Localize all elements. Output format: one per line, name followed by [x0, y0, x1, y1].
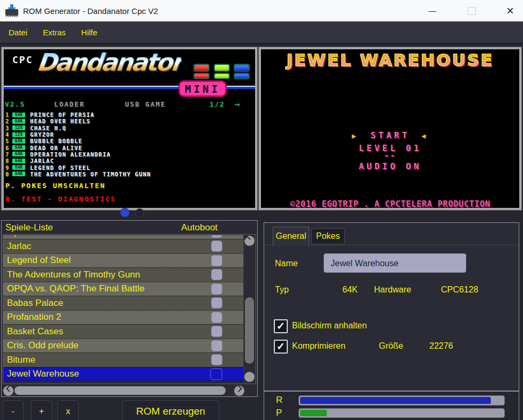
- autoboot-checkbox[interactable]: [211, 312, 222, 323]
- autoboot-checkbox[interactable]: [211, 283, 222, 295]
- game-title: Jewel Warehouse: [7, 369, 210, 379]
- add-game-button[interactable]: +: [31, 400, 52, 420]
- minimize-button[interactable]: —: [423, 0, 442, 21]
- vertical-scrollbar[interactable]: [243, 235, 256, 384]
- loader-label: LOADER: [54, 100, 85, 108]
- scroll-left-button[interactable]: [3, 386, 13, 396]
- list-item[interactable]: Jarlac: [3, 239, 243, 253]
- autoboot-checkbox[interactable]: [210, 368, 222, 380]
- scroll-up-button[interactable]: [244, 236, 255, 246]
- name-input[interactable]: Jewel Warehouse: [324, 253, 466, 273]
- credit-line: ©2016 EGOTRIP . A CPCTELERA PRODUCTION: [262, 199, 518, 209]
- list-item[interactable]: The Adventures of Timothy Gunn: [3, 267, 243, 282]
- game-list-panel: Spiele-Liste Autoboot Operation Alexandr…: [1, 220, 258, 397]
- remove-game-button[interactable]: -: [3, 400, 24, 420]
- autoboot-checkbox[interactable]: [211, 241, 222, 252]
- cpc-game-row: 664KDEAD OR ALIVE: [5, 144, 254, 151]
- menu-item-datei[interactable]: Datei: [9, 28, 27, 37]
- loader-preview-screen: CPC Dandanator MINI V2.5 LOADER USB GAME…: [2, 47, 257, 210]
- level-cursor: --: [261, 150, 519, 160]
- list-item[interactable]: Babas Palace: [3, 296, 243, 310]
- cpc-game-number: 0: [5, 171, 12, 177]
- autoboot-checkbox[interactable]: [211, 354, 222, 365]
- cpc-game-number: 9: [5, 164, 12, 171]
- cpc-game-name: THE ADVENTURES OF TIMOTHY GUNN: [30, 171, 151, 177]
- name-label: Name: [275, 259, 298, 268]
- list-item[interactable]: Cris. Odd prelude: [3, 339, 243, 353]
- size-value: 22276: [429, 341, 453, 351]
- cpc-memory-badge: 64K: [12, 119, 25, 124]
- game-list-rows: Operation AlexandriaJarlacLegend of Stee…: [3, 235, 243, 384]
- led-green-icon: [214, 73, 230, 79]
- led-blue-icon: [234, 64, 250, 72]
- cpc-game-name: GRYZOR: [30, 131, 54, 138]
- list-item[interactable]: Basket Cases: [3, 324, 243, 339]
- game-title: The Adventures of Timothy Gunn: [7, 269, 211, 280]
- cpc-game-number: 7: [5, 151, 12, 158]
- game-title: Profanation 2: [7, 312, 211, 322]
- pokes-progress-fill: [300, 410, 327, 416]
- close-button[interactable]: ×: [500, 0, 520, 21]
- list-item[interactable]: Legend of Steel: [3, 253, 243, 268]
- scroll-right-button[interactable]: [234, 386, 244, 396]
- menu-item-hilfe[interactable]: Hilfe: [81, 28, 98, 37]
- cpc-memory-badge: 64K: [12, 112, 25, 117]
- list-item[interactable]: Profanation 2: [3, 310, 243, 325]
- carousel-dot[interactable]: [135, 208, 144, 218]
- cpc-game-number: 1: [5, 111, 12, 118]
- cpc-memory-badge: 64K: [12, 171, 25, 176]
- vertical-scroll-thumb[interactable]: [245, 297, 254, 364]
- game-title-logo: JEWEL WAREHOUSE: [261, 50, 519, 70]
- autoboot-checkbox[interactable]: [211, 269, 222, 280]
- list-item[interactable]: Jewel Warehouse: [3, 367, 243, 381]
- cpc-game-name: OPERATION ALEXANDRIA: [30, 151, 110, 158]
- menu-item-extras[interactable]: Extras: [43, 28, 66, 37]
- cpc-game-row: 064KTHE ADVENTURES OF TIMOTHY GUNN: [5, 171, 254, 177]
- game-title: Babas Palace: [7, 298, 211, 309]
- cpc-game-row: 564KBUBBLE BOBBLE: [5, 138, 254, 144]
- start-label: START: [370, 130, 409, 140]
- compress-checkbox[interactable]: ✓: [274, 340, 288, 354]
- game-title: Legend of Steel: [7, 255, 211, 266]
- autoboot-checkbox[interactable]: [211, 235, 222, 238]
- cpc-memory-badge: 128: [12, 125, 25, 130]
- cpc-game-number: 2: [5, 118, 12, 124]
- scroll-down-button[interactable]: [244, 372, 255, 382]
- horizontal-scroll-thumb[interactable]: [14, 386, 226, 395]
- game-title: Cris. Odd prelude: [7, 340, 211, 351]
- game-preview-screen: JEWEL WAREHOUSE ▶START◀ LEVEL 01 -- AUDI…: [259, 47, 521, 210]
- autoboot-checkbox[interactable]: [211, 297, 222, 309]
- carousel-dot-active[interactable]: [120, 208, 130, 218]
- cpc-memory-badge: 64K: [12, 139, 25, 144]
- menu-bar: DateiExtrasHilfe: [0, 21, 523, 44]
- pokes-progress-label: P: [276, 408, 282, 418]
- cpc-memory-badge: 64K: [12, 152, 25, 156]
- delete-button[interactable]: x: [57, 400, 79, 420]
- cpc-game-row: 964KLEGEND OF STEEL: [5, 164, 254, 170]
- cpc-game-list: 164KPRINCE OF PERSIA264KHEAD OVER HEELS3…: [5, 111, 254, 177]
- game-title: OPQA vs. QAOP: The Final Battle: [7, 283, 211, 294]
- progress-area: R P: [264, 391, 519, 420]
- list-item[interactable]: OPQA vs. QAOP: The Final Battle: [3, 282, 243, 296]
- tab-pokes[interactable]: Pokes: [311, 228, 345, 244]
- horizontal-scrollbar[interactable]: [3, 385, 245, 396]
- cpc-brand: CPC: [12, 54, 33, 65]
- led-blue-icon: [234, 73, 250, 79]
- game-title: Basket Cases: [7, 326, 211, 337]
- cpc-game-name: LEGEND OF STEEL: [30, 164, 91, 171]
- generate-rom-button[interactable]: ROM erzeugen: [122, 400, 219, 420]
- window-title: ROM Generator - Dandanator Cpc V2: [23, 6, 158, 16]
- tab-general[interactable]: General: [273, 227, 309, 246]
- list-item[interactable]: Bitume: [3, 352, 243, 367]
- autoboot-checkbox[interactable]: [211, 340, 222, 351]
- size-label: Größe: [379, 341, 403, 351]
- autoboot-checkbox[interactable]: [211, 326, 222, 337]
- freeze-screen-checkbox[interactable]: ✓: [274, 319, 288, 333]
- cpc-game-row: 764KOPERATION ALEXANDRIA: [5, 151, 254, 158]
- rom-progress-fill: [300, 397, 491, 404]
- title-bar: ROM Generator - Dandanator Cpc V2 — ×: [0, 0, 523, 22]
- cpc-game-name: BUBBLE BOBBLE: [30, 138, 83, 144]
- autoboot-checkbox[interactable]: [211, 255, 222, 266]
- maximize-button[interactable]: [462, 0, 481, 21]
- list-item[interactable]: Operation Alexandria: [3, 235, 243, 239]
